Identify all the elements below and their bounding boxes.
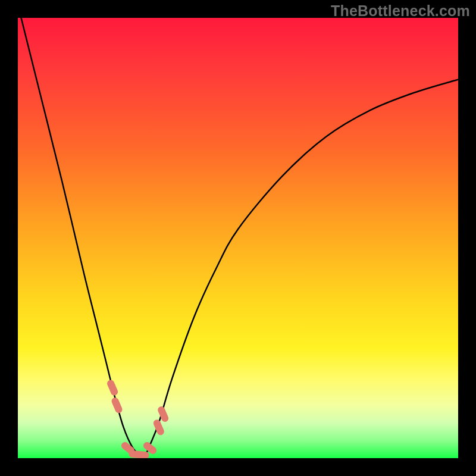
marker-group — [111, 384, 165, 455]
watermark-text: TheBottleneck.com — [331, 2, 470, 20]
chart-frame: TheBottleneck.com — [0, 0, 476, 476]
right-ascent-dot2 — [161, 410, 165, 418]
curve-svg — [18, 18, 458, 458]
valley-right-dash — [147, 446, 153, 450]
valley-left-dash — [125, 446, 131, 450]
valley-floor — [133, 454, 146, 455]
right-ascent-dot — [157, 423, 161, 431]
bottleneck-curve — [18, 18, 458, 455]
left-descent-dot — [111, 384, 114, 392]
left-descent-dot2 — [115, 401, 119, 409]
plot-area — [18, 18, 458, 458]
